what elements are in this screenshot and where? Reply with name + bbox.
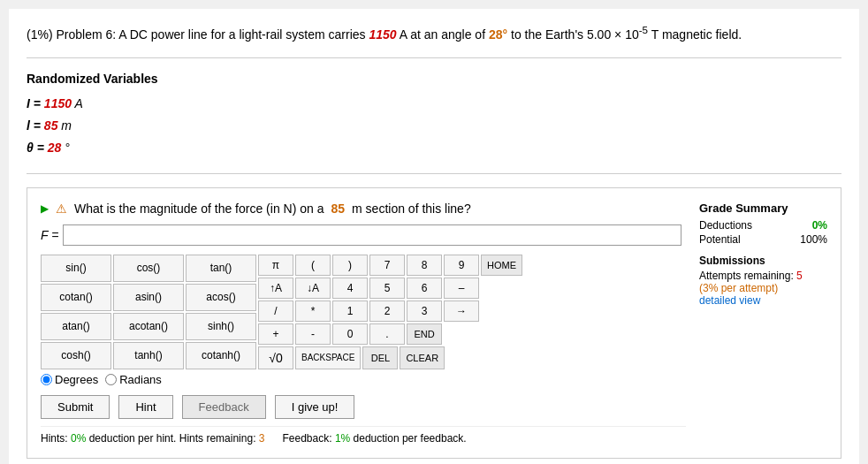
question-highlight: 85 (331, 202, 345, 216)
hints-mid: deduction per hint. Hints remaining: (86, 432, 258, 445)
input-row: F = (41, 224, 686, 246)
btn-5[interactable]: 5 (369, 278, 405, 299)
radians-text: Radians (119, 373, 162, 386)
radians-radio[interactable] (105, 374, 117, 385)
btn-sqrt[interactable]: √0 (258, 346, 293, 369)
deductions-label: Deductions (699, 219, 752, 232)
btn-3[interactable]: 3 (407, 300, 442, 322)
grade-summary-title: Grade Summary (699, 202, 827, 215)
btn-down-arrow[interactable]: ↓A (295, 278, 331, 299)
attempts-prefix: Attempts remaining: (699, 270, 796, 282)
play-icon[interactable]: ▶ (41, 202, 49, 215)
attempts-text: Attempts remaining: 5 (699, 270, 827, 282)
numrow-2: ↑A ↓A 4 5 6 – (258, 278, 522, 299)
feedback-button[interactable]: Feedback (182, 395, 266, 419)
numrow-5: √0 BACKSPACE DEL CLEAR (258, 346, 522, 369)
radians-label[interactable]: Radians (105, 373, 162, 386)
question-prefix: What is the magnitude of the force (in N… (74, 202, 324, 216)
btn-cos[interactable]: cos() (113, 255, 184, 282)
problem-tail: T magnetic field. (648, 27, 742, 42)
var-l: l = 85 m (27, 115, 841, 137)
btn-2[interactable]: 2 (369, 300, 405, 322)
btn-cotanh[interactable]: cotanh() (186, 342, 256, 369)
hint-button[interactable]: Hint (118, 395, 172, 419)
var-I-value: 1150 (44, 96, 72, 110)
give-up-button[interactable]: I give up! (275, 395, 355, 419)
randomized-section: Randomized Variables I = 1150 A l = 85 m… (27, 72, 841, 174)
hints-prefix: Hints: (41, 432, 71, 445)
btn-acos[interactable]: acos() (186, 284, 256, 311)
btn-backspace[interactable]: BACKSPACE (295, 346, 361, 369)
btn-multiply[interactable]: * (295, 300, 331, 322)
btn-home[interactable]: HOME (481, 255, 522, 276)
btn-del[interactable]: DEL (362, 346, 398, 369)
problem-header: (1%) Problem 6: A DC power line for a li… (27, 22, 841, 58)
var-l-label: l = (27, 118, 44, 133)
action-buttons: Submit Hint Feedback I give up! (41, 395, 686, 419)
input-label: F = (41, 228, 58, 242)
right-numpad: π ( ) 7 8 9 HOME ↑A ↓A (258, 255, 522, 369)
btn-asin[interactable]: asin() (113, 284, 184, 311)
angle-highlight: 28° (489, 27, 507, 42)
detailed-view-link[interactable]: detailed view (699, 294, 760, 307)
btn-minus[interactable]: - (295, 323, 331, 345)
var-I-label: I = (27, 96, 44, 110)
var-theta-unit: ° (61, 141, 70, 155)
btn-end[interactable]: END (407, 323, 442, 345)
var-theta-value: 28 (48, 141, 62, 155)
btn-0[interactable]: 0 (332, 323, 368, 345)
btn-pi[interactable]: π (258, 255, 293, 276)
submit-button[interactable]: Submit (41, 395, 110, 419)
btn-tanh[interactable]: tanh() (113, 342, 184, 369)
btn-rparen[interactable]: ) (332, 255, 368, 276)
calculator: sin() cos() tan() cotan() asin() acos() … (41, 255, 686, 386)
hints-remaining[interactable]: 3 (259, 432, 265, 445)
numrow-4: + - 0 . END (258, 323, 522, 345)
btn-6[interactable]: 6 (407, 278, 442, 299)
btn-9[interactable]: 9 (444, 255, 479, 276)
degrees-label[interactable]: Degrees (41, 373, 98, 386)
current-highlight: 1150 (369, 27, 396, 42)
btn-arrow-right[interactable]: → (444, 300, 479, 322)
btn-dot[interactable]: . (369, 323, 405, 345)
potential-value: 100% (800, 233, 827, 246)
btn-minus-row2[interactable]: – (444, 278, 479, 299)
btn-clear[interactable]: CLEAR (400, 346, 445, 369)
feedback-deduction[interactable]: 1% (335, 432, 350, 445)
feedback-suffix: deduction per feedback. (350, 432, 466, 445)
btn-cosh[interactable]: cosh() (41, 342, 111, 369)
btn-plus[interactable]: + (258, 323, 293, 345)
var-I-unit: A (72, 96, 83, 110)
hints-row: Hints: 0% deduction per hint. Hints rema… (41, 426, 686, 445)
var-l-unit: m (57, 118, 72, 133)
answer-input[interactable] (63, 224, 681, 246)
btn-8[interactable]: 8 (407, 255, 442, 276)
variables: I = 1150 A l = 85 m θ = 28 ° (27, 93, 841, 160)
potential-row: Potential 100% (699, 233, 827, 246)
btn-sin[interactable]: sin() (41, 255, 111, 282)
btn-7[interactable]: 7 (369, 255, 405, 276)
degrees-radio[interactable] (41, 374, 52, 385)
main-container: (1%) Problem 6: A DC power line for a li… (9, 9, 859, 464)
var-theta: θ = 28 ° (27, 137, 841, 159)
attempts-pct: (3% per attempt) (699, 282, 827, 294)
btn-tan[interactable]: tan() (186, 255, 256, 282)
btn-up-arrow[interactable]: ↑A (258, 278, 293, 299)
btn-acotan[interactable]: acotan() (113, 313, 184, 340)
btn-lparen[interactable]: ( (295, 255, 331, 276)
attempts-num: 5 (796, 270, 803, 282)
btn-4[interactable]: 4 (332, 278, 368, 299)
question-area: ▶ ⚠ What is the magnitude of the force (… (41, 202, 827, 445)
btn-1[interactable]: 1 (332, 300, 368, 322)
degree-radians-row: Degrees Radians (41, 373, 686, 386)
btn-cotan[interactable]: cotan() (41, 284, 111, 311)
question-box: ▶ ⚠ What is the magnitude of the force (… (27, 187, 841, 459)
deductions-row: Deductions 0% (699, 219, 827, 232)
question-left: ▶ ⚠ What is the magnitude of the force (… (41, 202, 686, 445)
question-suffix: m section of this line? (352, 202, 471, 216)
degrees-text: Degrees (55, 373, 98, 386)
btn-atan[interactable]: atan() (41, 313, 111, 340)
btn-divide[interactable]: / (258, 300, 293, 322)
hints-deduction[interactable]: 0% (71, 432, 86, 445)
btn-sinh[interactable]: sinh() (186, 313, 256, 340)
